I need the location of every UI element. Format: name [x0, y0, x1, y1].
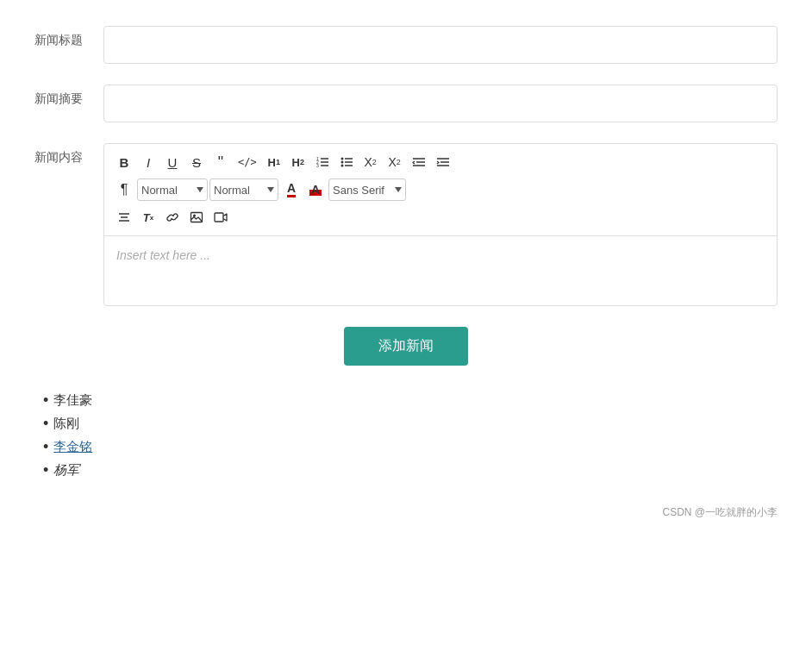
list-item: 李金铭 — [43, 438, 778, 456]
superscript-button[interactable]: X2 — [384, 151, 406, 173]
svg-point-6 — [340, 158, 343, 160]
title-input[interactable] — [103, 26, 778, 64]
submit-button[interactable]: 添加新闻 — [344, 327, 468, 366]
code-button[interactable]: </> — [234, 151, 261, 173]
indent-button[interactable] — [432, 151, 454, 173]
list-item: 杨军 — [43, 461, 778, 479]
unordered-list-button[interactable] — [335, 151, 358, 173]
svg-rect-21 — [191, 213, 203, 222]
italic-button[interactable]: I — [137, 151, 159, 173]
image-button[interactable] — [185, 206, 208, 229]
svg-text:3: 3 — [316, 163, 319, 168]
toolbar-row-3: Tx — [113, 206, 768, 229]
svg-point-8 — [340, 165, 343, 167]
editor-placeholder: Insert text here ... — [116, 248, 210, 262]
content-label: 新闻内容 — [34, 143, 103, 166]
editor-wrapper: B I U S " </> H1 H2 1 2 3 — [103, 143, 778, 306]
svg-point-7 — [340, 161, 343, 164]
video-button[interactable] — [209, 206, 232, 229]
bold-button[interactable]: B — [113, 151, 135, 173]
align-center-button[interactable] — [113, 206, 135, 229]
rtl-button[interactable]: ¶ — [113, 178, 135, 201]
link-button[interactable] — [161, 206, 184, 229]
editor-toolbar: B I U S " </> H1 H2 1 2 3 — [104, 144, 777, 236]
highlight-color-button[interactable]: A — [304, 178, 327, 201]
font-family-select[interactable]: Sans Serif Serif Monospace — [328, 178, 406, 201]
strikethrough-button[interactable]: S — [185, 151, 208, 173]
paragraph-style-select[interactable]: Normal Heading 1 Heading 2 Heading 3 — [137, 178, 208, 201]
summary-label: 新闻摘要 — [34, 85, 103, 107]
list-item: 陈刚 — [43, 415, 778, 433]
h1-button[interactable]: H1 — [263, 151, 285, 173]
underline-button[interactable]: U — [161, 151, 184, 173]
font-size-select[interactable]: Normal Small Large Huge — [209, 178, 278, 201]
svg-point-22 — [193, 215, 196, 217]
content-row: 新闻内容 B I U S " </> H1 H2 1 2 — [34, 143, 778, 306]
list-item-text: 李佳豪 — [53, 392, 92, 409]
outdent-button[interactable] — [408, 151, 430, 173]
footer-note: CSDN @一吃就胖的小李 — [34, 505, 778, 520]
blockquote-button[interactable]: " — [209, 151, 232, 173]
summary-row: 新闻摘要 — [34, 85, 778, 122]
toolbar-row-2: ¶ Normal Heading 1 Heading 2 Heading 3 N… — [113, 178, 768, 201]
h2-button[interactable]: H2 — [287, 151, 309, 173]
list-item-text: 杨军 — [53, 462, 79, 479]
list-item: 李佳豪 — [43, 391, 778, 410]
editor-content[interactable]: Insert text here ... — [104, 236, 777, 305]
summary-input[interactable] — [103, 85, 778, 122]
submit-row: 添加新闻 — [34, 327, 778, 366]
list-item-link[interactable]: 李金铭 — [53, 439, 92, 455]
title-label: 新闻标题 — [34, 26, 103, 48]
clear-format-button[interactable]: Tx — [137, 206, 159, 229]
title-row: 新闻标题 — [34, 26, 778, 64]
toolbar-row-1: B I U S " </> H1 H2 1 2 3 — [113, 151, 768, 173]
font-color-button[interactable]: A — [280, 178, 303, 201]
ordered-list-button[interactable]: 1 2 3 — [311, 151, 334, 173]
svg-rect-23 — [215, 213, 223, 222]
subscript-button[interactable]: X2 — [359, 151, 382, 173]
list-section: 李佳豪 陈刚 李金铭 杨军 — [34, 391, 778, 479]
list-item-text: 陈刚 — [53, 416, 79, 432]
